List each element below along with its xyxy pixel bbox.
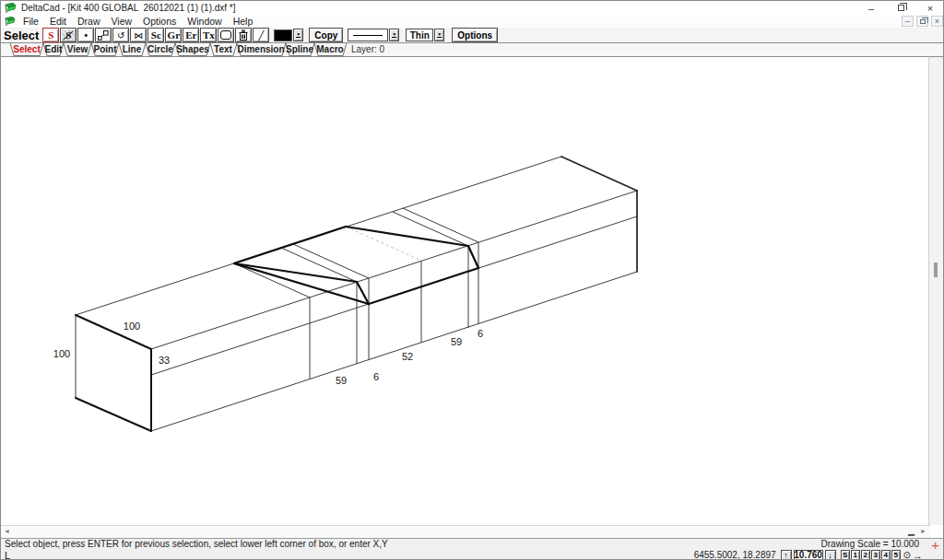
move-button[interactable] <box>95 28 112 42</box>
mdi-restore-icon <box>920 19 926 24</box>
line-thickness-value: Thin <box>410 30 430 41</box>
tab-line-label[interactable]: Line <box>123 44 142 54</box>
erase-label: Er <box>185 29 196 41</box>
layer-indicator: Layer: 0 <box>351 44 385 54</box>
dim-seg4: 59 <box>451 336 462 347</box>
thickness-dropdown-button[interactable]: ▼ <box>434 29 444 41</box>
deselect-tool-button[interactable]: S <box>60 28 77 42</box>
menu-window[interactable]: Window <box>187 16 221 27</box>
layer-button-1[interactable]: 1 <box>851 550 860 560</box>
horizontal-scrollbar[interactable]: ◄ ▬ ► <box>1 525 930 538</box>
menu-view[interactable]: View <box>112 16 133 27</box>
beam-drawing: 100 100 33 59 6 52 59 6 <box>1 57 930 526</box>
mdi-minimize-button[interactable]: – <box>902 16 914 27</box>
erase-button[interactable]: Er <box>183 28 199 42</box>
deltacad-window: DeltaCad - [Kit 400 GLOBAL 26012021 (1) … <box>0 0 944 560</box>
tab-spline-label[interactable]: Spline <box>286 44 313 54</box>
dim-seg2: 6 <box>373 371 379 382</box>
tab-edit-label[interactable]: Edit <box>45 44 64 54</box>
group-button[interactable]: Gr <box>165 28 182 42</box>
tab-macro-label[interactable]: Macro <box>316 44 343 54</box>
line-style-dropdown-button[interactable]: ▼ <box>389 29 399 41</box>
close-icon: × <box>927 3 933 14</box>
copy-button[interactable]: Copy <box>309 28 343 42</box>
zoom-in-button[interactable]: ↑ <box>781 550 792 560</box>
select-tool-button[interactable]: S <box>42 28 59 42</box>
drawing-canvas[interactable]: 100 100 33 59 6 52 59 6 <box>1 56 930 525</box>
document-icon <box>5 17 16 26</box>
tab-shapes-label[interactable]: Shapes <box>176 44 209 54</box>
frame-icon <box>220 30 231 40</box>
mdi-minimize-icon: – <box>905 17 910 26</box>
layer-button-2[interactable]: 2 <box>861 550 870 560</box>
mirror-icon: ⋈ <box>134 30 143 41</box>
dim-seg3: 52 <box>402 351 413 362</box>
dim-seg1: 59 <box>336 375 347 386</box>
scroll-left-icon[interactable]: ◄ <box>4 528 10 534</box>
mode-label: Select <box>4 29 39 42</box>
vertical-scrollbar[interactable] <box>928 56 943 525</box>
toolbar: Select S S • ↺ ⋈ Sc Gr Er Tx <box>1 28 944 42</box>
mirror-button[interactable]: ⋈ <box>130 28 147 42</box>
dim-left-height: 100 <box>53 348 70 359</box>
delete-button[interactable] <box>235 28 252 42</box>
tab-strip: Select Edit View Point Line Circle Shape… <box>1 42 944 56</box>
title-bar: DeltaCad - [Kit 400 GLOBAL 26012021 (1) … <box>1 1 944 15</box>
drawing-scale-label: Drawing Scale = 10.000 <box>821 539 919 549</box>
menu-help[interactable]: Help <box>233 16 254 27</box>
menu-options[interactable]: Options <box>143 16 176 27</box>
command-bar: L 6455.5002, 18.2897 ↑ 10.760 ↓ S 1 2 3 … <box>1 549 944 560</box>
trash-icon <box>239 29 248 41</box>
tab-circle-label[interactable]: Circle <box>148 44 173 54</box>
layer-button-5[interactable]: 5 <box>891 550 901 560</box>
scale-button[interactable]: Sc <box>148 28 164 42</box>
vertical-scrollbar-thumb[interactable] <box>934 262 938 277</box>
menu-file[interactable]: File <box>23 16 39 27</box>
chevron-down-icon: ▼ <box>392 32 396 38</box>
dot-icon: • <box>83 30 88 41</box>
options-label: Options <box>457 30 492 41</box>
menu-bar: File Edit Draw View Options Window Help … <box>1 15 944 28</box>
line-tool-button[interactable]: ╱ <box>253 28 269 42</box>
tab-point-label[interactable]: Point <box>94 44 118 54</box>
layer-button-s[interactable]: S <box>841 550 850 560</box>
layer-button-3[interactable]: 3 <box>871 550 880 560</box>
rotate-icon: ↺ <box>117 30 124 41</box>
text-button[interactable]: Tx <box>200 28 217 42</box>
tab-text-label[interactable]: Text <box>214 44 232 54</box>
mdi-close-icon: × <box>935 17 939 26</box>
mdi-close-button[interactable]: × <box>931 16 943 27</box>
arrow-down-icon: ↓ <box>828 551 832 560</box>
color-dropdown-button[interactable]: ▼ <box>293 29 303 41</box>
snap-target-icon[interactable]: ⊙ <box>903 550 911 560</box>
minimize-button[interactable]: – <box>856 1 886 15</box>
restore-button[interactable] <box>886 1 915 15</box>
zoom-out-button[interactable]: ↓ <box>825 550 836 560</box>
arrow-up-icon: ↑ <box>784 551 788 560</box>
move-icon <box>98 30 109 41</box>
line-style-sample <box>353 35 383 36</box>
tab-dimension-label[interactable]: Dimension <box>237 44 284 54</box>
horizontal-scrollbar-thumb[interactable]: ▬ <box>908 531 913 537</box>
menu-draw[interactable]: Draw <box>77 16 100 27</box>
layer-button-4[interactable]: 4 <box>881 550 891 560</box>
point-select-button[interactable]: • <box>77 28 94 42</box>
scroll-right-icon[interactable]: ► <box>920 528 926 534</box>
tab-select-label[interactable]: Select <box>13 44 41 54</box>
tab-view-label[interactable]: View <box>67 44 88 54</box>
minimize-icon: – <box>868 3 874 14</box>
zoom-value-field[interactable]: 10.760 <box>794 550 823 560</box>
command-input[interactable]: L <box>5 550 10 560</box>
line-thickness-combo[interactable]: Thin <box>406 29 433 41</box>
frame-button[interactable] <box>218 28 234 42</box>
mdi-restore-button[interactable] <box>916 16 928 27</box>
copy-label: Copy <box>314 30 337 41</box>
close-button[interactable]: × <box>915 1 944 15</box>
rotate-button[interactable]: ↺ <box>112 28 129 42</box>
color-swatch[interactable] <box>274 29 292 41</box>
chevron-down-icon: ▼ <box>296 32 301 38</box>
options-button[interactable]: Options <box>452 28 498 42</box>
window-title: DeltaCad - [Kit 400 GLOBAL 26012021 (1) … <box>21 3 236 13</box>
line-style-combo[interactable] <box>348 29 388 41</box>
menu-edit[interactable]: Edit <box>50 16 66 27</box>
